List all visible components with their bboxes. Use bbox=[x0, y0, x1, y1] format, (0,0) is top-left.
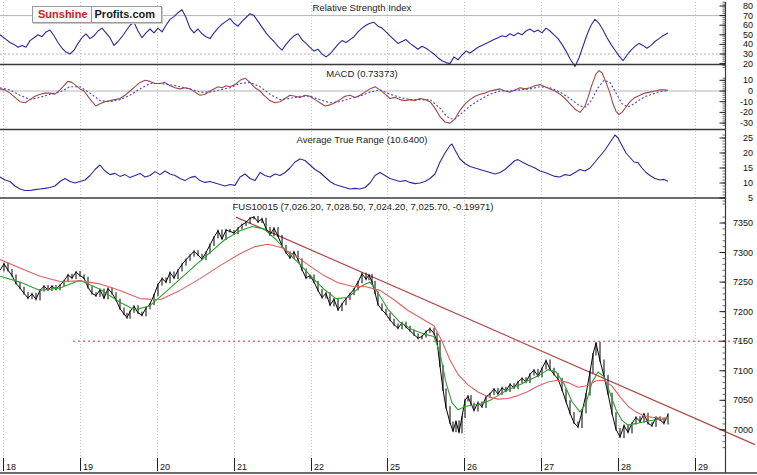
logo-profits-text: Profits.com bbox=[92, 7, 162, 22]
svg-text:20: 20 bbox=[743, 148, 753, 158]
svg-text:25: 25 bbox=[743, 133, 753, 143]
svg-text:-20: -20 bbox=[740, 107, 753, 117]
svg-text:7150: 7150 bbox=[733, 336, 753, 346]
svg-text:20: 20 bbox=[743, 59, 753, 69]
svg-text:25: 25 bbox=[390, 462, 400, 472]
svg-text:21: 21 bbox=[237, 462, 247, 472]
svg-text:10: 10 bbox=[743, 178, 753, 188]
svg-text:27: 27 bbox=[544, 462, 554, 472]
svg-text:29: 29 bbox=[698, 462, 708, 472]
svg-text:7300: 7300 bbox=[733, 248, 753, 258]
svg-text:7350: 7350 bbox=[733, 218, 753, 228]
svg-text:7100: 7100 bbox=[733, 366, 753, 376]
svg-text:15: 15 bbox=[743, 163, 753, 173]
svg-text:60: 60 bbox=[743, 20, 753, 30]
svg-text:20: 20 bbox=[160, 462, 170, 472]
svg-text:-30: -30 bbox=[740, 118, 753, 128]
svg-text:-10: -10 bbox=[740, 97, 753, 107]
svg-text:50: 50 bbox=[743, 30, 753, 40]
macd-panel-title: MACD (0.73373) bbox=[326, 68, 397, 79]
svg-text:7050: 7050 bbox=[733, 395, 753, 405]
logo-sunshine-text: Sunshine bbox=[33, 7, 92, 22]
svg-text:19: 19 bbox=[83, 462, 93, 472]
sunshine-profits-logo: Sunshine Profits.com bbox=[32, 6, 162, 23]
atr-panel-title: Average True Range (10.6400) bbox=[297, 134, 428, 145]
rsi-panel-title: Relative Strength Index bbox=[313, 2, 412, 13]
svg-text:5: 5 bbox=[748, 193, 753, 203]
svg-text:28: 28 bbox=[621, 462, 631, 472]
svg-text:7250: 7250 bbox=[733, 277, 753, 287]
svg-text:30: 30 bbox=[743, 49, 753, 59]
svg-text:10: 10 bbox=[743, 75, 753, 85]
svg-text:40: 40 bbox=[743, 39, 753, 49]
svg-text:7200: 7200 bbox=[733, 307, 753, 317]
svg-text:7000: 7000 bbox=[733, 425, 753, 435]
svg-text:18: 18 bbox=[6, 462, 16, 472]
svg-text:80: 80 bbox=[743, 1, 753, 11]
svg-text:70: 70 bbox=[743, 11, 753, 21]
svg-text:26: 26 bbox=[467, 462, 477, 472]
price-panel-title: FUS10015 (7,026.20, 7,028.50, 7,024.20, … bbox=[233, 201, 494, 212]
svg-text:22: 22 bbox=[314, 462, 324, 472]
chart-image: 80706050403020100-10-20-3025201510573507… bbox=[0, 0, 757, 475]
svg-text:0: 0 bbox=[748, 86, 753, 96]
